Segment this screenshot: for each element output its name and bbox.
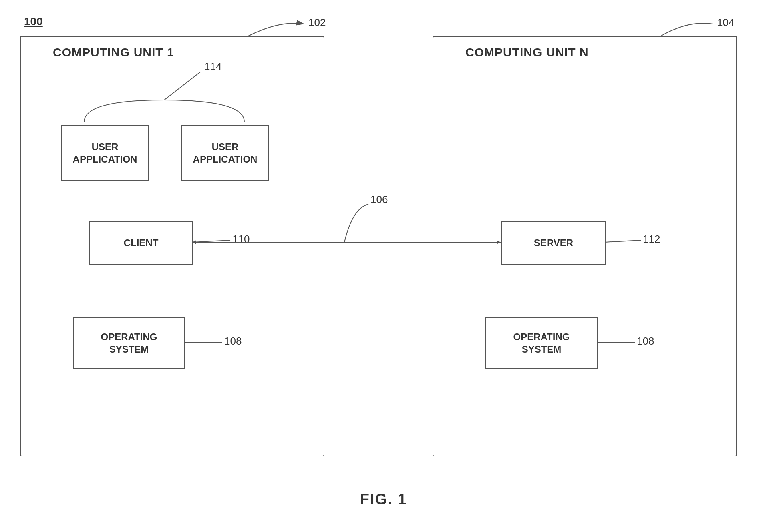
unit1-title: COMPUTING UNIT 1	[53, 46, 174, 59]
client-label: CLIENT	[124, 237, 159, 249]
svg-text:104: 104	[717, 16, 734, 28]
top-label: 100	[24, 15, 43, 28]
computing-unit-1-box: COMPUTING UNIT 1 USERAPPLICATION USERAPP…	[20, 36, 324, 456]
computing-unit-n-box: COMPUTING UNIT N SERVER OPERATINGSYSTEM	[433, 36, 737, 456]
os-box-unitN: OPERATINGSYSTEM	[485, 317, 598, 369]
fig-caption: FIG. 1	[360, 491, 407, 508]
os-box-unit1: OPERATINGSYSTEM	[73, 317, 185, 369]
unitN-title: COMPUTING UNIT N	[465, 46, 589, 59]
server-label: SERVER	[534, 237, 573, 249]
os-unit1-label: OPERATINGSYSTEM	[101, 331, 157, 355]
svg-text:106: 106	[370, 193, 388, 205]
user-app-1-box: USERAPPLICATION	[61, 125, 149, 181]
user-app-2-label: USERAPPLICATION	[193, 141, 258, 165]
svg-text:102: 102	[308, 16, 326, 28]
user-app-2-box: USERAPPLICATION	[181, 125, 269, 181]
server-box: SERVER	[501, 221, 606, 265]
client-box: CLIENT	[89, 221, 193, 265]
diagram: 100 COMPUTING UNIT 1 USERAPPLICATION USE…	[0, 0, 767, 532]
os-unitN-label: OPERATINGSYSTEM	[513, 331, 570, 355]
user-app-1-label: USERAPPLICATION	[73, 141, 137, 165]
